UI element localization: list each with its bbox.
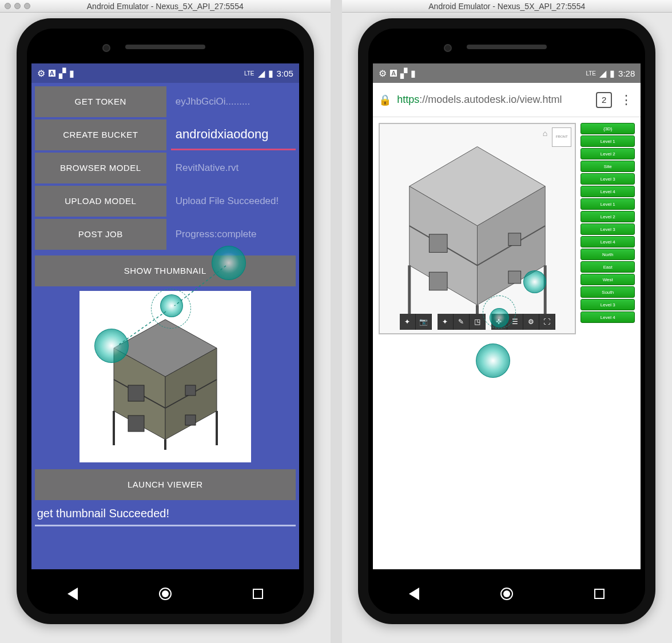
lte-icon: LTE (586, 70, 596, 77)
svg-rect-8 (185, 415, 196, 425)
url-scheme: https (397, 94, 419, 105)
emulator-window-left: Android Emulator - Nexus_5X_API_27:5554 … (0, 0, 331, 643)
viewer-page: ⌂ FRONT (373, 117, 641, 569)
keyboard-icon: A (390, 70, 397, 77)
menu-button[interactable]: ⋮ (618, 93, 635, 107)
tree-item[interactable]: Level 3 (580, 299, 635, 310)
window-titlebar: Android Emulator - Nexus_5X_API_27:5554 (342, 0, 673, 13)
app-body: GET TOKEN eyJhbGciOi......... CREATE BUC… (31, 83, 299, 569)
tree-item[interactable]: {3D} (580, 123, 635, 134)
battery-icon: ▮ (268, 68, 273, 79)
home-button[interactable] (159, 588, 172, 600)
post-job-button[interactable]: POST JOB (35, 219, 166, 250)
battery-icon: ▮ (610, 68, 615, 79)
speaker-grille-icon (125, 45, 205, 49)
recents-button[interactable] (253, 589, 263, 599)
viewer-toolbar: ✦ 📷 ✦ ✎ ◳ ✜ ☰ ⚙ ⛶ (400, 314, 555, 330)
cell-icon: ◢ (258, 68, 265, 79)
gesture-path-icon (151, 289, 191, 329)
tree-item[interactable]: Level 4 (580, 311, 635, 323)
back-button[interactable] (67, 588, 78, 600)
upload-model-button[interactable]: UPLOAD MODEL (35, 186, 166, 217)
job-status-value: Progress:complete (171, 219, 296, 250)
camera-button[interactable]: 📷 (416, 314, 432, 330)
tree-item[interactable]: South (580, 286, 635, 298)
model-tree-panel: {3D}Level 1Level 2SiteLevel 3Level 4Leve… (580, 123, 635, 564)
view-cube-icon[interactable]: FRONT (552, 127, 571, 147)
svg-rect-7 (185, 385, 196, 396)
tree-item[interactable]: Level 2 (580, 211, 635, 222)
create-bucket-button[interactable]: CREATE BUCKET (35, 119, 166, 150)
android-navbar (368, 574, 645, 614)
tree-item[interactable]: Level 3 (580, 223, 635, 235)
tree-item[interactable]: Level 1 (580, 135, 635, 147)
emulator-window-right: Android Emulator - Nexus_5X_API_27:5554 … (342, 0, 673, 643)
building-model-icon (380, 124, 575, 333)
tree-item[interactable]: Level 1 (580, 198, 635, 210)
touch-indicator-icon (212, 246, 246, 280)
touch-indicator-icon (94, 329, 129, 363)
recents-button[interactable] (594, 589, 605, 599)
svg-rect-6 (128, 416, 144, 432)
svg-rect-19 (430, 234, 448, 253)
keyboard-icon: A (49, 70, 55, 77)
lte-icon: LTE (244, 70, 255, 77)
touch-indicator-icon (523, 270, 546, 293)
tree-item[interactable]: Level 2 (580, 148, 635, 159)
model-viewport[interactable]: ⌂ FRONT (379, 123, 576, 334)
svg-rect-20 (430, 272, 448, 290)
show-thumbnail-button[interactable]: SHOW THUMBNAIL (35, 255, 296, 286)
sd-icon: ▮ (411, 68, 416, 79)
traffic-lights (5, 3, 30, 9)
measure-button[interactable]: ✎ (454, 314, 470, 330)
fullscreen-button[interactable]: ⛶ (539, 314, 555, 330)
svg-rect-5 (128, 385, 144, 401)
status-bar: ⚙ A ▞ ▮ LTE ◢ ▮ 3:28 (373, 63, 641, 83)
settings-button[interactable]: ⚙ (523, 314, 539, 330)
get-token-button[interactable]: GET TOKEN (35, 86, 166, 117)
lock-icon: 🔒 (379, 94, 391, 106)
tree-item[interactable]: West (580, 274, 635, 285)
tree-item[interactable]: North (580, 249, 635, 260)
status-bar: ⚙ A ▞ ▮ LTE ◢ ▮ 3:05 (31, 63, 299, 83)
clock: 3:28 (618, 69, 635, 78)
window-title: Android Emulator - Nexus_5X_API_27:5554 (87, 2, 244, 11)
tree-item[interactable]: Level 4 (580, 236, 635, 247)
touch-indicator-icon (476, 344, 510, 378)
browser-address-bar: 🔒 https://models.autodesk.io/view.html 2… (373, 83, 641, 117)
select-button[interactable]: ✦ (438, 314, 454, 330)
window-titlebar: Android Emulator - Nexus_5X_API_27:5554 (0, 0, 331, 13)
gear-icon: ⚙ (37, 68, 45, 79)
bucket-name-input[interactable]: androidxiaodong (171, 119, 296, 150)
speaker-grille-icon (467, 45, 547, 49)
signal-icon: ▞ (59, 68, 66, 79)
token-value: eyJhbGciOi......... (171, 86, 296, 117)
status-message: get thumbnail Succeeded! (35, 502, 296, 526)
svg-rect-21 (508, 233, 521, 246)
url-field[interactable]: https://models.autodesk.io/view.html (397, 94, 590, 106)
launch-viewer-button[interactable]: LAUNCH VIEWER (35, 469, 296, 500)
browser-model-button[interactable]: BROWSER MODEL (35, 153, 166, 183)
orbit-button[interactable]: ✦ (400, 314, 416, 330)
back-button[interactable] (409, 588, 419, 600)
home-button[interactable] (500, 588, 513, 600)
sd-icon: ▮ (69, 68, 74, 79)
camera-icon (102, 44, 110, 52)
gear-icon: ⚙ (379, 68, 387, 79)
clock: 3:05 (277, 69, 293, 78)
tree-item[interactable]: East (580, 261, 635, 273)
android-navbar (27, 574, 304, 614)
tab-count-button[interactable]: 2 (596, 92, 612, 108)
url-path: ://models.autodesk.io/view.html (419, 94, 562, 105)
phone-frame: ⚙ A ▞ ▮ LTE ◢ ▮ 3:05 GET TOKEN (17, 18, 314, 624)
tree-item[interactable]: Level 4 (580, 186, 635, 197)
cell-icon: ◢ (599, 68, 606, 79)
phone-frame: ⚙ A ▞ ▮ LTE ◢ ▮ 3:28 🔒 https:// (358, 18, 655, 624)
window-title: Android Emulator - Nexus_5X_API_27:5554 (428, 2, 585, 11)
home-icon[interactable]: ⌂ (543, 129, 547, 138)
upload-status-value: Upload File Succeeded! (171, 186, 296, 217)
tree-item[interactable]: Level 3 (580, 173, 635, 185)
gesture-path-icon (483, 295, 516, 329)
signal-icon: ▞ (400, 68, 407, 79)
tree-item[interactable]: Site (580, 161, 635, 172)
